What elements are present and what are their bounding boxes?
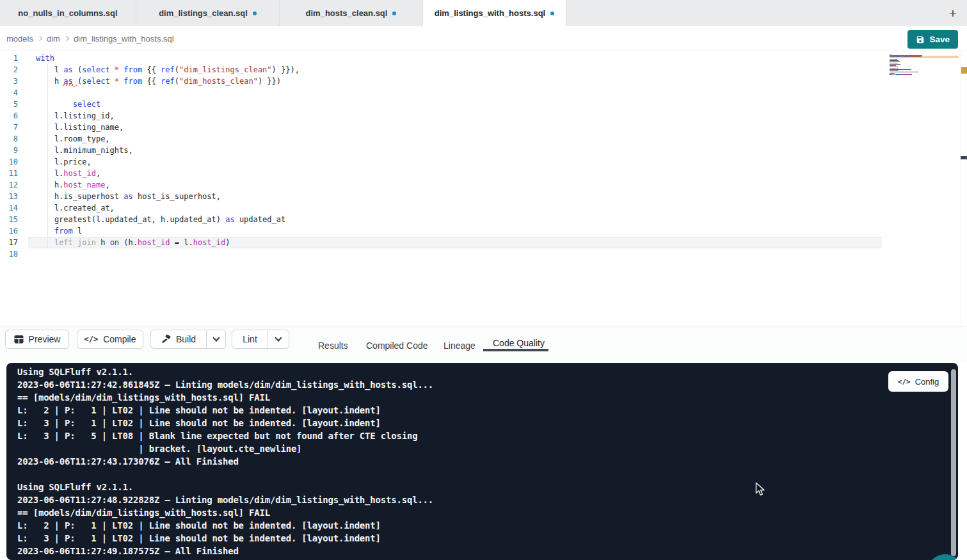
save-button[interactable]: Save xyxy=(907,30,958,49)
breadcrumb-item-file[interactable]: dim_listings_with_hosts.sql xyxy=(74,34,174,44)
code-token: from xyxy=(124,65,142,74)
line-number: 13 xyxy=(0,191,18,202)
scroll-ruler-position-marker xyxy=(961,156,967,159)
minimap-line xyxy=(890,72,959,72)
code-token: greatest(l.updated_at, h.updated_at) xyxy=(36,215,225,224)
code-line[interactable]: l.host_id, xyxy=(36,168,100,179)
minimap-line xyxy=(890,64,959,65)
code-line[interactable]: select xyxy=(36,99,100,110)
line-number: 14 xyxy=(0,202,18,214)
new-tab-button[interactable]: + xyxy=(943,0,963,26)
code-token: h xyxy=(36,77,63,86)
code-line[interactable]: l.minimum_nights, xyxy=(36,145,133,156)
code-line[interactable]: l.room_type, xyxy=(36,133,110,145)
terminal-line xyxy=(17,468,958,481)
tab-code-quality[interactable]: Code Quality xyxy=(493,324,545,361)
code-line[interactable]: h.is_superhost as host_is_superhost, xyxy=(36,191,221,202)
tab-lineage[interactable]: Lineage xyxy=(444,327,476,364)
preview-button[interactable]: Preview xyxy=(5,330,69,349)
terminal-line: | bracket. [layout.cte_newline] xyxy=(17,442,958,455)
scroll-ruler xyxy=(961,51,961,326)
code-token: l.price, xyxy=(36,157,92,166)
minimap-line xyxy=(890,54,959,54)
terminal-line: 2023-06-06T11:27:43.173076Z — All Finish… xyxy=(17,455,958,468)
build-button[interactable]: Build xyxy=(151,330,206,348)
minimap-token xyxy=(890,54,891,54)
config-button[interactable]: </> Config xyxy=(888,371,948,392)
build-dropdown-button[interactable] xyxy=(206,330,225,348)
file-tab[interactable]: dim_listings_clean.sql xyxy=(136,0,280,26)
code-token xyxy=(73,77,77,86)
line-number: 3 xyxy=(0,76,18,87)
code-token: from xyxy=(124,77,142,86)
code-line[interactable]: greatest(l.updated_at, h.updated_at) as … xyxy=(36,214,285,225)
lint-button[interactable]: Lint xyxy=(232,330,268,348)
code-line[interactable]: l.listing_id, xyxy=(36,110,115,122)
compile-button[interactable]: </> Compile xyxy=(77,330,143,349)
code-line[interactable]: l.created_at, xyxy=(36,202,115,214)
code-line[interactable]: l.listing_name, xyxy=(36,122,124,133)
line-number: 6 xyxy=(0,110,18,122)
tab-compiled-code[interactable]: Compiled Code xyxy=(366,327,428,364)
minimap-token xyxy=(893,73,895,74)
chevron-right-icon xyxy=(37,36,42,41)
code-token: h xyxy=(96,238,110,247)
file-tab[interactable]: no_nulls_in_columns.sql xyxy=(0,0,136,26)
line-number: 17 xyxy=(0,237,18,248)
minimap-token xyxy=(897,67,898,67)
save-button-label: Save xyxy=(929,35,950,44)
line-number: 15 xyxy=(0,214,18,225)
minimap-token xyxy=(890,70,899,71)
minimap-token xyxy=(911,74,912,75)
breadcrumb-item-models[interactable]: models xyxy=(6,34,33,44)
editor-minimap[interactable] xyxy=(890,54,959,79)
code-line[interactable]: l.price, xyxy=(36,156,92,168)
code-line[interactable]: left join h on (h.host_id = l.host_id) xyxy=(36,237,230,248)
code-line[interactable]: h.host_name, xyxy=(36,179,110,191)
minimap-token xyxy=(890,65,896,66)
code-token: {{ xyxy=(142,77,161,86)
code-token: l xyxy=(73,227,82,236)
file-tab-label: dim_hosts_clean.sql xyxy=(306,8,388,18)
tab-results[interactable]: Results xyxy=(318,327,348,364)
code-token: l.minimum_nights, xyxy=(36,146,133,155)
code-line[interactable]: from l xyxy=(36,225,82,237)
terminal-output-panel[interactable]: Using SQLFluff v2.1.1.2023-06-06T11:27:4… xyxy=(6,363,958,560)
compile-button-label: Compile xyxy=(103,334,136,344)
minimap-line xyxy=(890,65,959,66)
minimap-token xyxy=(890,59,894,60)
code-line[interactable]: with xyxy=(36,52,54,64)
code-token: as xyxy=(124,192,132,201)
code-token: ) xyxy=(225,238,230,247)
minimap-line xyxy=(890,55,959,56)
lint-dropdown-button[interactable] xyxy=(268,330,289,348)
line-number: 9 xyxy=(0,145,18,156)
file-tab[interactable]: dim_hosts_clean.sql xyxy=(280,0,423,26)
lint-error-squiggle xyxy=(63,84,73,86)
code-token xyxy=(36,100,73,109)
file-tab[interactable]: dim_listings_with_hosts.sql xyxy=(423,0,566,26)
minimap-token xyxy=(890,63,898,63)
code-line[interactable]: l as (select * from {{ ref("dim_listings… xyxy=(36,64,300,76)
lint-button-group: Lint xyxy=(232,330,289,349)
minimap-rows xyxy=(890,54,959,76)
line-number: 8 xyxy=(0,133,18,145)
preview-button-label: Preview xyxy=(29,334,61,344)
config-button-label: Config xyxy=(915,377,939,387)
terminal-line: L: 3 | P: 5 | LT08 | Blank line expected… xyxy=(17,429,958,442)
terminal-scrollbar-thumb[interactable] xyxy=(951,369,956,556)
code-editor[interactable]: 123456789101112131415161718 with l as (s… xyxy=(0,51,967,326)
breadcrumb-item-dim[interactable]: dim xyxy=(47,34,60,44)
code-token: host_id xyxy=(63,169,96,178)
app-window: no_nulls_in_columns.sqldim_listings_clea… xyxy=(0,0,967,560)
minimap-token xyxy=(910,56,919,57)
code-token: host_id xyxy=(193,238,226,247)
hammer-icon xyxy=(161,335,171,344)
minimap-token xyxy=(890,64,900,65)
line-number: 7 xyxy=(0,122,18,133)
minimap-line xyxy=(890,63,959,63)
minimap-line xyxy=(890,68,959,68)
code-token: "dim_hosts_clean" xyxy=(179,77,258,86)
table-grid-icon xyxy=(14,335,24,344)
code-token: select xyxy=(82,65,109,74)
